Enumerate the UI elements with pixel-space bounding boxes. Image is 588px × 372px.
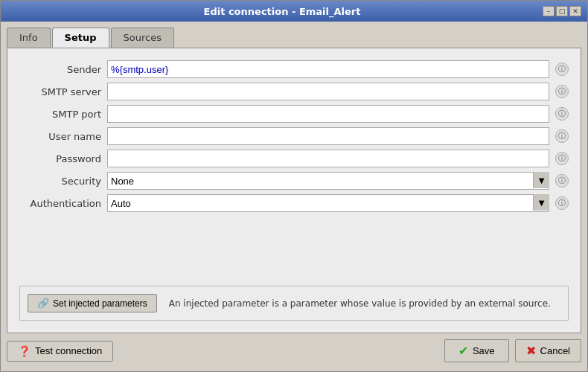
main-window: Edit connection - Email_Alert – □ ✕ Info… [0, 0, 588, 372]
smtp-server-info-icon[interactable]: ⓘ [555, 85, 569, 98]
password-info-icon[interactable]: ⓘ [555, 152, 569, 165]
form-area: Sender ⓘ SMTP server ⓘ SMTP port ⓘ [19, 60, 569, 280]
smtp-port-label: SMTP port [19, 109, 101, 120]
question-icon: ❓ [18, 345, 31, 357]
save-label: Save [473, 345, 495, 356]
security-select-wrapper: None SSL TLS ▼ [107, 172, 549, 190]
username-input[interactable] [107, 127, 549, 145]
save-button[interactable]: ✔ Save [444, 339, 509, 362]
smtp-port-input[interactable] [107, 105, 549, 123]
sender-info-icon[interactable]: ⓘ [555, 62, 569, 76]
set-injected-params-button[interactable]: 🔗 Set injected parameters [28, 294, 157, 312]
tab-bar: Info Setup Sources [7, 28, 581, 48]
titlebar: Edit connection - Email_Alert – □ ✕ [1, 1, 587, 22]
minimize-button[interactable]: – [543, 6, 555, 16]
link-icon: 🔗 [37, 298, 49, 309]
username-label: User name [19, 131, 101, 142]
window-title: Edit connection - Email_Alert [22, 6, 543, 17]
authentication-select[interactable]: Auto Plain Login NTLM [107, 194, 549, 212]
password-row: Password ⓘ [19, 150, 569, 167]
sender-input[interactable] [107, 60, 549, 78]
username-row: User name ⓘ [19, 127, 569, 145]
action-buttons: ✔ Save ✖ Cancel [444, 339, 581, 362]
app-icon [7, 5, 19, 17]
cancel-label: Cancel [540, 345, 570, 356]
tab-sources[interactable]: Sources [111, 28, 174, 48]
check-icon: ✔ [458, 344, 468, 358]
authentication-row: Authentication Auto Plain Login NTLM ▼ ⓘ [19, 194, 569, 212]
injected-section: 🔗 Set injected parameters An injected pa… [19, 286, 569, 321]
security-select[interactable]: None SSL TLS [107, 172, 549, 190]
smtp-server-input[interactable] [107, 83, 549, 100]
window-controls: – □ ✕ [543, 6, 581, 16]
tab-setup-content: Sender ⓘ SMTP server ⓘ SMTP port ⓘ [7, 48, 581, 333]
maximize-button[interactable]: □ [556, 6, 568, 16]
security-info-icon[interactable]: ⓘ [555, 174, 569, 187]
x-icon: ✖ [526, 344, 536, 358]
close-button[interactable]: ✕ [569, 6, 581, 16]
tab-info[interactable]: Info [7, 28, 51, 48]
smtp-server-label: SMTP server [19, 86, 101, 97]
test-connection-button[interactable]: ❓ Test connection [7, 341, 113, 362]
security-label: Security [19, 176, 101, 187]
authentication-info-icon[interactable]: ⓘ [555, 196, 569, 210]
authentication-label: Authentication [19, 198, 101, 209]
cancel-button[interactable]: ✖ Cancel [515, 339, 581, 362]
authentication-select-wrapper: Auto Plain Login NTLM ▼ [107, 194, 549, 212]
sender-row: Sender ⓘ [19, 60, 569, 78]
username-info-icon[interactable]: ⓘ [555, 129, 569, 143]
password-input[interactable] [107, 150, 549, 167]
password-label: Password [19, 153, 101, 164]
injected-description: An injected parameter is a parameter who… [169, 298, 560, 309]
sender-label: Sender [19, 64, 101, 75]
smtp-server-row: SMTP server ⓘ [19, 83, 569, 100]
tab-setup[interactable]: Setup [52, 28, 109, 48]
smtp-port-row: SMTP port ⓘ [19, 105, 569, 123]
smtp-port-info-icon[interactable]: ⓘ [555, 107, 569, 121]
bottom-bar: ❓ Test connection ✔ Save ✖ Cancel [7, 333, 581, 365]
test-connection-label: Test connection [35, 345, 102, 356]
window-content: Info Setup Sources Sender ⓘ SMTP serve [1, 22, 587, 371]
security-row: Security None SSL TLS ▼ ⓘ [19, 172, 569, 190]
